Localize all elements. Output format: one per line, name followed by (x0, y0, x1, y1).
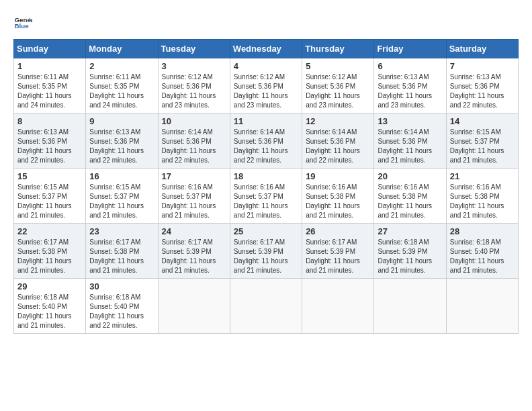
day-number: 26 (306, 226, 370, 236)
cell-info: Sunrise: 6:15 AMSunset: 5:37 PMDaylight:… (89, 183, 144, 219)
calendar-week-row: 8 Sunrise: 6:13 AMSunset: 5:36 PMDayligh… (14, 113, 519, 169)
day-number: 16 (89, 171, 154, 181)
column-header-monday: Monday (86, 40, 158, 58)
calendar-cell: 8 Sunrise: 6:13 AMSunset: 5:36 PMDayligh… (14, 113, 86, 169)
calendar-cell (374, 279, 446, 334)
day-number: 21 (450, 171, 515, 181)
calendar-cell: 25 Sunrise: 6:17 AMSunset: 5:39 PMDaylig… (230, 224, 302, 279)
calendar-week-row: 1 Sunrise: 6:11 AMSunset: 5:35 PMDayligh… (14, 58, 519, 113)
day-number: 25 (234, 226, 298, 236)
calendar-cell: 15 Sunrise: 6:15 AMSunset: 5:37 PMDaylig… (14, 169, 86, 224)
calendar-week-row: 15 Sunrise: 6:15 AMSunset: 5:37 PMDaylig… (14, 169, 519, 224)
day-number: 1 (17, 61, 82, 71)
calendar-cell: 13 Sunrise: 6:14 AMSunset: 5:36 PMDaylig… (374, 113, 446, 169)
day-number: 23 (89, 226, 154, 236)
day-number: 10 (162, 116, 226, 126)
calendar-cell: 19 Sunrise: 6:16 AMSunset: 5:38 PMDaylig… (302, 169, 374, 224)
cell-info: Sunrise: 6:16 AMSunset: 5:38 PMDaylight:… (450, 183, 504, 219)
svg-text:Blue: Blue (14, 22, 29, 30)
calendar-cell: 11 Sunrise: 6:14 AMSunset: 5:36 PMDaylig… (230, 113, 302, 169)
calendar-cell (230, 279, 302, 334)
calendar-header-row: SundayMondayTuesdayWednesdayThursdayFrid… (14, 40, 519, 58)
calendar-cell: 10 Sunrise: 6:14 AMSunset: 5:36 PMDaylig… (158, 113, 230, 169)
cell-info: Sunrise: 6:17 AMSunset: 5:39 PMDaylight:… (306, 238, 360, 274)
logo: General Blue (13, 13, 32, 32)
cell-info: Sunrise: 6:15 AMSunset: 5:37 PMDaylight:… (17, 183, 72, 219)
calendar-cell: 7 Sunrise: 6:13 AMSunset: 5:36 PMDayligh… (446, 58, 518, 113)
calendar-cell: 6 Sunrise: 6:13 AMSunset: 5:36 PMDayligh… (374, 58, 446, 113)
day-number: 8 (17, 116, 82, 126)
day-number: 14 (450, 116, 515, 126)
calendar-cell: 4 Sunrise: 6:12 AMSunset: 5:36 PMDayligh… (230, 58, 302, 113)
calendar-cell: 28 Sunrise: 6:18 AMSunset: 5:40 PMDaylig… (446, 224, 518, 279)
calendar-cell: 21 Sunrise: 6:16 AMSunset: 5:38 PMDaylig… (446, 169, 518, 224)
day-number: 17 (162, 171, 226, 181)
cell-info: Sunrise: 6:16 AMSunset: 5:38 PMDaylight:… (306, 183, 360, 219)
calendar-cell: 17 Sunrise: 6:16 AMSunset: 5:37 PMDaylig… (158, 169, 230, 224)
day-number: 6 (378, 61, 442, 71)
calendar-week-row: 29 Sunrise: 6:18 AMSunset: 5:40 PMDaylig… (14, 279, 519, 334)
calendar-cell: 2 Sunrise: 6:11 AMSunset: 5:35 PMDayligh… (86, 58, 158, 113)
cell-info: Sunrise: 6:17 AMSunset: 5:38 PMDaylight:… (89, 238, 144, 274)
calendar-cell: 24 Sunrise: 6:17 AMSunset: 5:39 PMDaylig… (158, 224, 230, 279)
day-number: 22 (17, 226, 82, 236)
day-number: 12 (306, 116, 370, 126)
cell-info: Sunrise: 6:12 AMSunset: 5:36 PMDaylight:… (306, 73, 360, 109)
day-number: 3 (162, 61, 226, 71)
day-number: 24 (162, 226, 226, 236)
day-number: 5 (306, 61, 370, 71)
cell-info: Sunrise: 6:12 AMSunset: 5:36 PMDaylight:… (234, 73, 288, 109)
calendar-cell: 3 Sunrise: 6:12 AMSunset: 5:36 PMDayligh… (158, 58, 230, 113)
calendar-cell (302, 279, 374, 334)
calendar-week-row: 22 Sunrise: 6:17 AMSunset: 5:38 PMDaylig… (14, 224, 519, 279)
calendar-cell (446, 279, 518, 334)
day-number: 30 (89, 281, 154, 291)
cell-info: Sunrise: 6:13 AMSunset: 5:36 PMDaylight:… (89, 128, 144, 164)
cell-info: Sunrise: 6:16 AMSunset: 5:37 PMDaylight:… (234, 183, 288, 219)
cell-info: Sunrise: 6:12 AMSunset: 5:36 PMDaylight:… (162, 73, 216, 109)
cell-info: Sunrise: 6:17 AMSunset: 5:38 PMDaylight:… (17, 238, 72, 274)
calendar-cell: 20 Sunrise: 6:16 AMSunset: 5:38 PMDaylig… (374, 169, 446, 224)
column-header-sunday: Sunday (14, 40, 86, 58)
calendar-cell: 12 Sunrise: 6:14 AMSunset: 5:36 PMDaylig… (302, 113, 374, 169)
day-number: 20 (378, 171, 442, 181)
cell-info: Sunrise: 6:14 AMSunset: 5:36 PMDaylight:… (234, 128, 288, 164)
cell-info: Sunrise: 6:11 AMSunset: 5:35 PMDaylight:… (17, 73, 72, 109)
day-number: 19 (306, 171, 370, 181)
day-number: 13 (378, 116, 442, 126)
cell-info: Sunrise: 6:16 AMSunset: 5:38 PMDaylight:… (378, 183, 432, 219)
day-number: 18 (234, 171, 298, 181)
calendar-cell: 22 Sunrise: 6:17 AMSunset: 5:38 PMDaylig… (14, 224, 86, 279)
day-number: 15 (17, 171, 82, 181)
day-number: 7 (450, 61, 515, 71)
day-number: 11 (234, 116, 298, 126)
calendar-cell: 5 Sunrise: 6:12 AMSunset: 5:36 PMDayligh… (302, 58, 374, 113)
calendar-cell: 26 Sunrise: 6:17 AMSunset: 5:39 PMDaylig… (302, 224, 374, 279)
column-header-thursday: Thursday (302, 40, 374, 58)
calendar-cell: 29 Sunrise: 6:18 AMSunset: 5:40 PMDaylig… (14, 279, 86, 334)
cell-info: Sunrise: 6:17 AMSunset: 5:39 PMDaylight:… (234, 238, 288, 274)
cell-info: Sunrise: 6:18 AMSunset: 5:40 PMDaylight:… (450, 238, 504, 274)
cell-info: Sunrise: 6:18 AMSunset: 5:39 PMDaylight:… (378, 238, 432, 274)
column-header-saturday: Saturday (446, 40, 518, 58)
day-number: 2 (89, 61, 154, 71)
cell-info: Sunrise: 6:16 AMSunset: 5:37 PMDaylight:… (162, 183, 216, 219)
calendar-cell: 16 Sunrise: 6:15 AMSunset: 5:37 PMDaylig… (86, 169, 158, 224)
cell-info: Sunrise: 6:18 AMSunset: 5:40 PMDaylight:… (89, 293, 144, 329)
cell-info: Sunrise: 6:17 AMSunset: 5:39 PMDaylight:… (162, 238, 216, 274)
calendar-cell: 30 Sunrise: 6:18 AMSunset: 5:40 PMDaylig… (86, 279, 158, 334)
calendar-cell: 1 Sunrise: 6:11 AMSunset: 5:35 PMDayligh… (14, 58, 86, 113)
column-header-tuesday: Tuesday (158, 40, 230, 58)
cell-info: Sunrise: 6:15 AMSunset: 5:37 PMDaylight:… (450, 128, 504, 164)
cell-info: Sunrise: 6:13 AMSunset: 5:36 PMDaylight:… (17, 128, 72, 164)
cell-info: Sunrise: 6:14 AMSunset: 5:36 PMDaylight:… (162, 128, 216, 164)
day-number: 29 (17, 281, 82, 291)
calendar-cell (158, 279, 230, 334)
day-number: 27 (378, 226, 442, 236)
logo-icon: General Blue (13, 13, 32, 32)
calendar-cell: 9 Sunrise: 6:13 AMSunset: 5:36 PMDayligh… (86, 113, 158, 169)
column-header-wednesday: Wednesday (230, 40, 302, 58)
day-number: 28 (450, 226, 515, 236)
calendar-cell: 27 Sunrise: 6:18 AMSunset: 5:39 PMDaylig… (374, 224, 446, 279)
day-number: 4 (234, 61, 298, 71)
